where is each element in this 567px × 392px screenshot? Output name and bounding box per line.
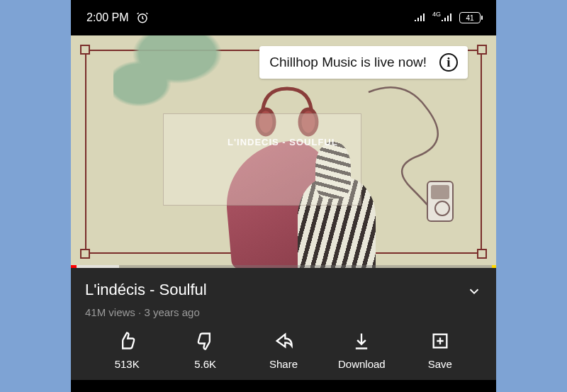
- save-icon: [430, 331, 450, 353]
- overlay-title: L'INDECIS - SOULFUL: [228, 135, 347, 150]
- live-banner-text: Chillhop Music is live now!: [269, 55, 427, 70]
- network-label: 4G: [432, 11, 441, 18]
- video-info-panel: L'indécis - Soulful 41M views · 3 years …: [71, 268, 496, 380]
- save-label: Save: [428, 358, 452, 370]
- save-button[interactable]: Save: [412, 331, 468, 370]
- signal-icon-2: [441, 11, 454, 24]
- download-label: Download: [338, 358, 386, 370]
- share-button[interactable]: Share: [255, 331, 312, 370]
- video-progress-bar[interactable]: [71, 265, 496, 268]
- progress-played: [71, 265, 77, 268]
- status-bar: 2:00 PM 4G 41: [71, 0, 496, 35]
- download-button[interactable]: Download: [333, 331, 390, 370]
- video-views: 41M views: [85, 306, 135, 318]
- video-player[interactable]: L'INDECIS - SOULFUL Chillhop Music is li…: [71, 35, 496, 268]
- video-meta: 41M views · 3 years ago: [85, 306, 482, 318]
- download-icon: [352, 331, 371, 353]
- video-title[interactable]: L'indécis - Soulful: [85, 281, 207, 299]
- video-age: 3 years ago: [144, 306, 199, 318]
- action-row: 513K 5.6K Share Download: [85, 331, 482, 370]
- progress-ad-marker: [492, 265, 496, 268]
- alarm-icon: [136, 11, 149, 24]
- phone-frame: 2:00 PM 4G 41: [71, 0, 496, 392]
- dislike-count: 5.6K: [194, 358, 216, 370]
- expand-description-button[interactable]: [466, 284, 482, 302]
- progress-buffered: [77, 265, 119, 268]
- thumbs-down-icon: [196, 331, 215, 353]
- share-label: Share: [269, 358, 298, 370]
- thumbs-up-icon: [117, 331, 137, 353]
- info-icon[interactable]: i: [439, 53, 458, 72]
- video-overlay-card: L'INDECIS - SOULFUL: [163, 113, 361, 206]
- like-button[interactable]: 513K: [99, 331, 155, 370]
- battery-icon: 41: [459, 12, 481, 23]
- status-time: 2:00 PM: [86, 11, 129, 24]
- dislike-button[interactable]: 5.6K: [177, 331, 234, 370]
- signal-icon: [414, 11, 427, 24]
- ipod-art: [427, 181, 454, 222]
- battery-percent: 41: [466, 14, 473, 22]
- live-now-banner[interactable]: Chillhop Music is live now! i: [259, 46, 468, 79]
- like-count: 513K: [115, 358, 140, 370]
- share-icon: [274, 331, 293, 353]
- smoke-art: [113, 35, 241, 113]
